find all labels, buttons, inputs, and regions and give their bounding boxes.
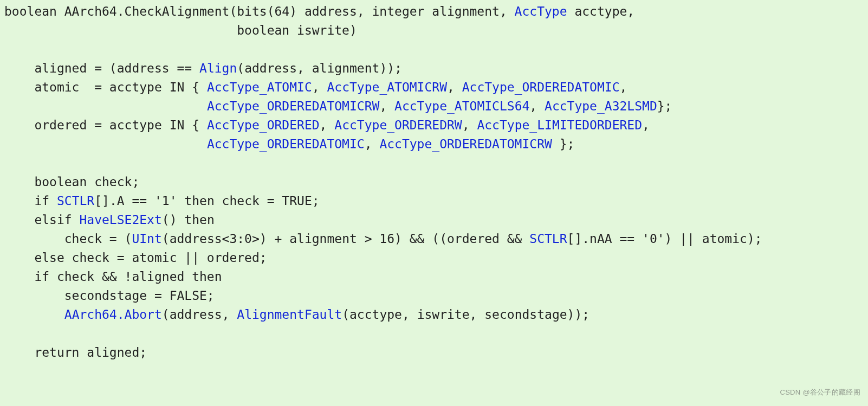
code-line: aligned = (address == Align(address, ali… — [4, 61, 402, 75]
reg-ref: SCTLR — [529, 232, 567, 246]
code-line: AccType_ORDEREDATOMIC, AccType_ORDEREDAT… — [4, 137, 574, 151]
fn-ref: AArch64.Abort — [64, 307, 162, 322]
fn-ref: HaveLSE2Ext — [79, 213, 161, 227]
enum-ref: AccType_ATOMIC — [207, 80, 312, 94]
code-line: boolean AArch64.CheckAlignment(bits(64) … — [4, 4, 634, 18]
code-line: secondstage = FALSE; — [4, 289, 215, 303]
code-line: check = (UInt(address<3:0>) + alignment … — [4, 232, 762, 246]
enum-ref: AccType_ORDEREDATOMICRW — [379, 137, 552, 151]
fn-ref: UInt — [132, 232, 161, 246]
code-line: return aligned; — [4, 345, 147, 359]
fn-ref: AlignmentFault — [237, 307, 342, 322]
code-block: boolean AArch64.CheckAlignment(bits(64) … — [0, 0, 868, 362]
enum-ref: AccType_ATOMICLS64 — [394, 99, 529, 113]
enum-ref: AccType_ATOMICRW — [327, 80, 447, 94]
code-line: atomic = acctype IN { AccType_ATOMIC, Ac… — [4, 80, 627, 94]
code-line: ordered = acctype IN { AccType_ORDERED, … — [4, 118, 650, 132]
enum-ref: AccType_ORDERED — [207, 118, 320, 132]
code-line: else check = atomic || ordered; — [4, 251, 267, 265]
enum-ref: AccType_ORDEREDATOMIC — [207, 137, 365, 151]
code-line: if SCTLR[].A == '1' then check = TRUE; — [4, 194, 320, 208]
code-line: boolean check; — [4, 175, 139, 189]
code-line: boolean iswrite) — [4, 23, 357, 37]
enum-ref: AccType_LIMITEDORDERED — [477, 118, 642, 132]
enum-ref: AccType_ORDEREDRW — [334, 118, 462, 132]
code-line: AccType_ORDEREDATOMICRW, AccType_ATOMICL… — [4, 99, 672, 113]
code-line: AArch64.Abort(address, AlignmentFault(ac… — [4, 307, 590, 322]
code-line: elsif HaveLSE2Ext() then — [4, 213, 215, 227]
type-ref: AccType — [515, 4, 567, 18]
enum-ref: AccType_ORDEREDATOMICRW — [207, 99, 380, 113]
enum-ref: AccType_ORDEREDATOMIC — [462, 80, 620, 94]
reg-ref: SCTLR — [57, 194, 94, 208]
enum-ref: AccType_A32LSMD — [545, 99, 657, 113]
watermark: CSDN @谷公子的藏经阁 — [780, 383, 860, 402]
code-line: if check && !aligned then — [4, 270, 222, 284]
fn-ref: Align — [199, 61, 237, 75]
